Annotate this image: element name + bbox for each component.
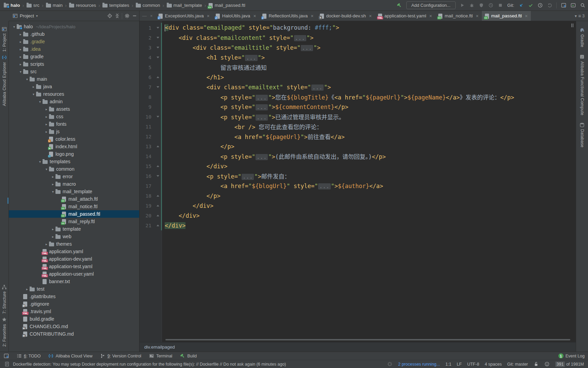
file-encoding[interactable]: UTF-8 [467,362,479,367]
tree-item-CONTRIBUTING.md[interactable]: MCONTRIBUTING.md [9,330,139,338]
memory-indicator[interactable]: 391 of 1981M [555,362,584,367]
breadcrumb-item-templates[interactable]: templates [101,2,130,9]
tree-arrow-icon[interactable]: ▸ [18,32,23,36]
profiler-icon[interactable] [488,3,494,8]
code-line-4[interactable]: 4 <h1 style="..."> [140,52,571,62]
tree-arrow-icon[interactable]: ▸ [44,115,49,119]
stripe-button-1: Project[interactable]: 1: Project [2,26,7,52]
code-editor[interactable]: 1<div class="emailpaged" style="backgrou… [140,21,576,352]
git-branch[interactable]: Git: master [507,362,528,367]
toolbar-button-Build[interactable]: Build [180,353,197,359]
tree-arrow-icon[interactable]: ▸ [24,287,30,291]
debug-icon[interactable] [469,3,475,8]
locate-file-icon[interactable] [107,13,112,19]
tree-item-js[interactable]: ▸js [9,128,139,135]
fold-marker-icon[interactable] [155,175,161,177]
tab-ExceptionUtils.java[interactable]: JExceptionUtils.java× [156,11,213,21]
project-tree-panel[interactable]: ▾halo~/IdeaProjects/halo▸.github▸.gradle… [9,21,140,352]
code-line-20[interactable]: 20 </div> [140,211,571,220]
tree-arrow-icon[interactable]: ▾ [31,92,36,96]
code-line-12[interactable]: 12 <a href="${pageUrl}">前往查看</a> [140,132,571,141]
gear-icon[interactable] [124,13,130,19]
stripe-button-Database[interactable]: Database [579,122,585,148]
git-update-icon[interactable] [518,3,524,8]
tree-arrow-icon[interactable]: ▸ [50,235,55,239]
status-message[interactable]: Dockerfile detection: You may setup Dock… [13,362,286,367]
code-line-5[interactable]: 5 留言审核通过通知 [140,62,571,72]
stripe-button-Alibaba Cloud Explorer[interactable]: Alibaba Cloud Explorer [2,55,7,106]
code-line-8[interactable]: 8 <p style="...">您在${blogTitle}《<a href=… [140,92,571,102]
fold-marker-icon[interactable] [155,86,161,88]
code-line-10[interactable]: 10 <p style="...">已通过管理员审核并显示。 [140,112,571,122]
tree-item-gradle[interactable]: ▸gradle [9,53,139,60]
tree-item-.gradle[interactable]: ▸.gradle [9,38,139,45]
code-line-7[interactable]: 7 <div class="emailtext" style="..."> [140,82,571,92]
panel-title[interactable]: Project [20,13,34,18]
tree-item-template[interactable]: ▸template [9,225,139,233]
history-clock-icon[interactable] [537,3,543,8]
tree-arrow-icon[interactable]: ▾ [37,100,43,104]
close-icon[interactable]: × [429,13,432,19]
tree-arrow-icon[interactable]: ▾ [50,190,55,194]
code-line-1[interactable]: 1<div class="emailpaged" style="backgrou… [140,23,571,33]
tree-item-admin[interactable]: ▾admin [9,98,139,105]
tree-item-color.less[interactable]: Lcolor.less [9,135,139,143]
code-line-3[interactable]: 3 <div class="emailtitle" style="..."> [140,43,571,52]
fold-marker-icon[interactable] [155,37,161,39]
close-icon[interactable]: × [207,13,210,19]
close-icon[interactable]: × [525,13,528,19]
tree-arrow-icon[interactable]: ▾ [18,70,23,74]
code-line-2[interactable]: 2 <div class="emailcontent" style="..."> [140,33,571,43]
tab-application-test.yaml[interactable]: YMLapplication-test.yaml× [375,11,435,21]
tree-item-application-dev.yaml[interactable]: YMLapplication-dev.yaml [9,255,139,263]
tab-mail_notice.ftl[interactable]: <>mail_notice.ftl× [435,11,482,21]
breadcrumb-item-mail_passed.ftl[interactable]: <>mail_passed.ftl [208,2,246,9]
tree-item-application-user.yaml[interactable]: YMLapplication-user.yaml [9,270,139,278]
tree-arrow-icon[interactable]: ▾ [12,25,17,29]
code-line-14[interactable]: 14 <p style="...">(此邮件由系统自动发出，请勿回复。)</p> [140,151,571,161]
tree-item-CHANGELOG.md[interactable]: MCHANGELOG.md [9,323,139,330]
tree-item-mail_template[interactable]: ▾mail_template [9,188,139,195]
code-line-21[interactable]: 21</div> [140,220,571,230]
tree-item-web[interactable]: ▸web [9,233,139,240]
code-line-6[interactable]: 6 </h1> [140,72,571,82]
fold-marker-icon[interactable] [155,116,161,118]
horizontal-scrollbar[interactable] [165,339,570,340]
close-icon[interactable]: × [369,13,372,19]
hector-inspector-icon[interactable] [544,362,550,367]
tree-arrow-icon[interactable]: ▸ [18,55,23,59]
tree-item-.gitattributes[interactable]: .gitattributes [9,293,139,300]
close-icon[interactable]: × [253,13,256,19]
tab-HaloUtils.java[interactable]: JHaloUtils.java× [213,11,259,21]
fold-marker-icon[interactable] [155,145,161,147]
tree-item-application.yaml[interactable]: YMLapplication.yaml [9,248,139,255]
code-line-11[interactable]: 11 <br /> 您可在此查看您的评论： [140,122,571,132]
fold-marker-icon[interactable] [155,215,161,216]
tab-ReflectionUtils.java[interactable]: JReflectionUtils.java× [259,11,317,21]
code-line-16[interactable]: 16 <p style="...">邮件发自： [140,171,571,181]
tree-item-build.gradle[interactable]: build.gradle [9,315,139,323]
tool-windows-icon[interactable] [561,3,566,8]
tree-item-templates[interactable]: ▾templates [9,158,139,165]
tree-item-error[interactable]: ▸error [9,173,139,180]
processes-running-link[interactable]: 2 processes running... [398,362,440,367]
tree-item-application-test.yaml[interactable]: YMLapplication-test.yaml [9,263,139,270]
stop-icon[interactable] [498,3,503,8]
tree-arrow-icon[interactable]: ▸ [44,122,49,126]
tree-item-mail_passed.ftl[interactable]: <>mail_passed.ftl [9,210,139,218]
tree-arrow-icon[interactable]: ▸ [44,130,49,134]
breadcrumb-item-common[interactable]: common [135,2,161,9]
tree-item-main[interactable]: ▾main [9,75,139,83]
code-line-19[interactable]: 19 </div> [140,201,571,211]
caret-position[interactable]: 1:1 [445,362,451,367]
tree-item-.idea[interactable]: ▸.idea [9,45,139,53]
tree-item-fonts[interactable]: ▸fonts [9,120,139,128]
stripe-button-7: Structure[interactable]: 7: Structure [2,284,7,314]
build-hammer-icon[interactable] [397,3,402,8]
tree-item-test[interactable]: ▸test [9,285,139,293]
coverage-icon[interactable] [479,3,484,8]
tree-arrow-icon[interactable]: ▸ [18,47,23,51]
breadcrumb-item-main[interactable]: main [45,2,64,9]
code-lines[interactable]: 1<div class="emailpaged" style="backgrou… [140,23,571,230]
chevron-down-icon[interactable]: ▾ [36,14,38,18]
